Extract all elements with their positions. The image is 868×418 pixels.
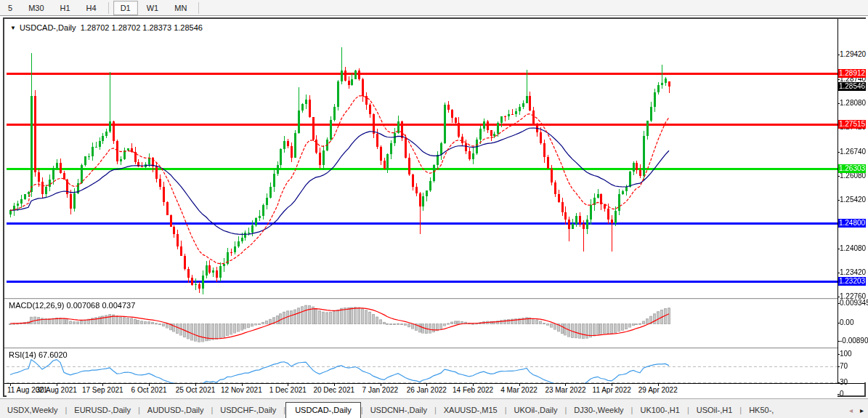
tab-scroll-left-icon[interactable]: ◂ [849, 406, 853, 414]
macd-axis-tick: 0.00 [840, 318, 853, 326]
price-axis-tick: 1.23420 [840, 268, 866, 276]
price-line-badge: 1.24800 [838, 219, 866, 228]
date-axis[interactable]: 11 Aug 202130 Aug 202117 Sep 20216 Oct 2… [4, 383, 864, 395]
chart-symbol-label: USDCAD-,Daily [20, 23, 76, 32]
current-price-badge: 1.28546 [838, 82, 866, 91]
tab-xauusd-m15[interactable]: XAUUSD-,M15 [437, 403, 505, 418]
macd-label: MACD(12,26,9) 0.007068 0.004737 [9, 301, 135, 310]
date-label: 1 Dec 2021 [269, 386, 307, 394]
tab-usoil-h1[interactable]: USOil-,H1 [689, 403, 740, 418]
tab-usdcnh-daily[interactable]: USDCNH-,Daily [363, 403, 434, 418]
timeframe-button-h1[interactable]: H1 [53, 1, 78, 15]
chart-title: ▼USDCAD-,Daily 1.28702 1.28702 1.28373 1… [10, 23, 203, 32]
rsi-axis-tick: 0 [840, 390, 844, 398]
chart-dropdown-icon[interactable]: ▼ [10, 25, 16, 31]
date-label: 23 Mar 2022 [545, 386, 585, 394]
date-label: 20 Dec 2021 [313, 386, 354, 394]
date-label: 30 Aug 2021 [36, 386, 77, 394]
price-axis-tick: 1.28080 [840, 99, 866, 107]
date-label: 29 Apr 2022 [638, 386, 678, 394]
toolbar-separator [108, 2, 109, 14]
date-label: 26 Jan 2022 [407, 386, 447, 394]
timeframe-toolbar: 5M30H1H4D1W1MN [0, 0, 868, 16]
date-label: 11 Apr 2022 [593, 386, 631, 394]
price-line-badge: 1.23203 [838, 277, 866, 286]
price-axis-tick: 1.24080 [840, 244, 866, 252]
timeframe-button-w1[interactable]: W1 [139, 1, 166, 15]
date-label: 14 Feb 2022 [453, 386, 493, 394]
chart-tabbar: USDX,Weekly|EURUSD-,Daily|AUDUSD-,Daily|… [0, 398, 868, 418]
date-label: 12 Nov 2021 [221, 386, 262, 394]
tab-scroll-nav: ◂▸ [849, 406, 868, 418]
tab-usdx-weekly[interactable]: USDX,Weekly [0, 403, 65, 418]
price-line-badge: 1.27515 [838, 120, 866, 129]
price-axis-tick: 1.26740 [840, 148, 866, 156]
toolbar-separator [198, 2, 199, 14]
tab-hk50-[interactable]: HK50-, [742, 403, 781, 418]
tab-usdchf-daily[interactable]: USDCHF-,Daily [213, 403, 283, 418]
date-label: 17 Sep 2021 [82, 386, 123, 394]
tab-scroll-right-icon[interactable]: ▸ [860, 406, 864, 414]
price-axis-tick: 1.29420 [840, 50, 866, 58]
date-label: 4 Mar 2022 [500, 386, 538, 394]
date-label: 6 Oct 2021 [131, 386, 167, 394]
tab-dj30-weekly[interactable]: DJ30-,Weekly [567, 403, 630, 418]
price-line-badge: 1.28912 [838, 69, 866, 78]
tab-uk100-h1[interactable]: UK100-,H1 [633, 403, 686, 418]
timeframe-button-h4[interactable]: H4 [79, 1, 104, 15]
price-axis-tick: 1.25420 [840, 196, 866, 204]
rsi-axis-tick: 70 [840, 362, 848, 370]
timeframe-button-5[interactable]: 5 [1, 1, 20, 15]
timeframe-button-d1[interactable]: D1 [113, 1, 138, 15]
tab-eurusd-daily[interactable]: EURUSD-,Daily [67, 403, 138, 418]
tab-audusd-daily[interactable]: AUDUSD-,Daily [140, 403, 211, 418]
tab-ukoil-daily[interactable]: UKOil-,Daily [507, 403, 565, 418]
rsi-axis-tick: 30 [840, 378, 848, 386]
rsi-label: RSI(14) 67.6020 [9, 350, 68, 359]
timeframe-button-mn[interactable]: MN [167, 1, 194, 15]
macd-axis-tick: 0.009345 [840, 299, 868, 307]
tab-usdcad-daily[interactable]: USDCAD-,Daily [285, 402, 361, 418]
date-label: 25 Oct 2021 [176, 386, 215, 394]
price-line-badge: 1.26303 [838, 164, 866, 173]
chart-window: ▼USDCAD-,Daily 1.28702 1.28702 1.28373 1… [3, 17, 866, 397]
chart-ohlc-values: 1.28702 1.28702 1.28373 1.28546 [81, 23, 203, 32]
rsi-axis-tick: 100 [840, 350, 852, 358]
macd-axis-tick: -0.008902 [840, 337, 868, 345]
date-label: 7 Jan 2022 [362, 386, 399, 394]
timeframe-button-m30[interactable]: M30 [21, 1, 51, 15]
main-price-chart[interactable] [7, 35, 837, 298]
